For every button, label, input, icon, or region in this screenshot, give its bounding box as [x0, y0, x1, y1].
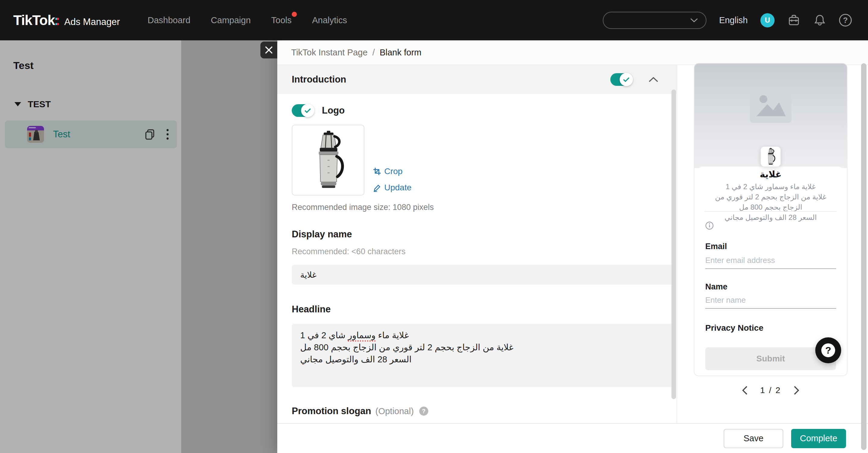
window-scrollbar[interactable] — [861, 63, 867, 450]
check-icon — [623, 76, 630, 83]
headline-line-1: غلاية ماء وسماور شاي 2 في 1 — [300, 329, 665, 341]
preview-name-placeholder: Enter name — [705, 295, 746, 305]
modal-overlay — [0, 40, 277, 453]
kettle-image-small — [764, 148, 777, 165]
account-select[interactable] — [603, 12, 707, 29]
optional-label: (Optional) — [375, 406, 414, 416]
preview-headline: غلاية ماء وسماور شاي 2 في 1 غلاية من الز… — [707, 182, 835, 223]
instant-page-editor-modal: TikTok Instant Page / Blank form Introdu… — [277, 40, 868, 453]
avatar[interactable]: U — [761, 13, 775, 27]
chevron-right-icon — [793, 386, 800, 395]
close-button[interactable] — [260, 41, 277, 58]
crop-icon — [373, 167, 381, 175]
display-name-input[interactable] — [292, 265, 674, 285]
promotion-slogan-label: Promotion slogan — [292, 406, 371, 417]
pencil-icon — [373, 184, 381, 192]
update-label: Update — [384, 183, 411, 192]
tiktok-logo[interactable]: TikTok: Ads Manager — [13, 12, 120, 28]
display-name-label: Display name — [292, 229, 657, 240]
breadcrumb-parent[interactable]: TikTok Instant Page — [291, 47, 368, 58]
breadcrumb-current: Blank form — [380, 47, 422, 58]
preview-name-label: Name — [705, 282, 727, 292]
brand-name: TikTok — [13, 12, 55, 28]
panel-divider — [677, 65, 677, 423]
logo-size-hint: Recommended image size: 1080 pixels — [292, 203, 657, 212]
logo-label: Logo — [322, 105, 345, 116]
preview-email-label: Email — [705, 242, 727, 251]
logo-toggle[interactable] — [292, 104, 314, 117]
check-icon — [304, 107, 311, 114]
preview-display-name: غلاية — [698, 169, 843, 180]
nav-item-tools[interactable]: Tools — [271, 10, 292, 31]
bell-icon[interactable] — [813, 13, 827, 27]
notification-dot — [292, 12, 297, 17]
headline-textarea[interactable]: غلاية ماء وسماور شاي 2 في 1 غلاية من الز… — [292, 324, 674, 387]
form-panel: Introduction Logo — [277, 65, 677, 423]
preview-privacy-label: Privacy Notice — [705, 323, 764, 333]
display-name-hint: Recommended: <60 characters — [292, 247, 657, 256]
chevron-up-icon[interactable] — [648, 76, 658, 83]
breadcrumb: TikTok Instant Page / Blank form — [277, 40, 868, 65]
language-selector[interactable]: English — [719, 15, 748, 25]
help-icon[interactable]: ? — [839, 14, 852, 27]
help-fab[interactable]: ? — [815, 337, 841, 363]
nav-item-campaign[interactable]: Campaign — [211, 10, 251, 31]
page-preview: غلاية غلاية ماء وسماور شاي 2 في 1 غلاية … — [694, 63, 847, 376]
headline-label: Headline — [292, 304, 657, 315]
top-nav: TikTok: Ads Manager Dashboard Campaign T… — [0, 0, 868, 40]
introduction-toggle[interactable] — [610, 73, 632, 86]
misspelled-word: وسماور — [348, 330, 375, 342]
introduction-section-header: Introduction — [277, 65, 677, 94]
image-placeholder-icon — [750, 88, 792, 123]
modal-footer: Save Complete — [277, 423, 868, 453]
introduction-title: Introduction — [292, 74, 346, 85]
brand-colon: : — [56, 12, 60, 28]
complete-button[interactable]: Complete — [791, 429, 846, 448]
brand-suffix: Ads Manager — [64, 17, 120, 27]
nav-menu: Dashboard Campaign Tools Analytics — [148, 10, 347, 31]
preview-pagination: 1 / 2 — [694, 386, 847, 395]
info-icon — [705, 221, 714, 230]
update-button[interactable]: Update — [373, 183, 411, 192]
page-indicator: 1 / 2 — [760, 386, 781, 395]
nav-right-cluster: English U ? — [603, 12, 852, 29]
close-icon — [265, 46, 273, 54]
preview-logo — [761, 147, 781, 167]
question-mark-icon: ? — [821, 343, 835, 357]
preview-email-placeholder: Enter email address — [705, 256, 775, 265]
nav-item-analytics[interactable]: Analytics — [312, 10, 347, 31]
nav-item-dashboard[interactable]: Dashboard — [148, 10, 190, 31]
preview-email-underline — [705, 268, 836, 269]
kettle-image — [306, 130, 351, 190]
save-button[interactable]: Save — [724, 429, 783, 448]
crop-label: Crop — [384, 167, 403, 176]
slogan-help-icon[interactable]: ? — [419, 407, 428, 416]
prev-page-button[interactable] — [741, 386, 748, 395]
breadcrumb-separator: / — [373, 47, 375, 58]
nav-item-tools-label: Tools — [271, 15, 292, 25]
chevron-left-icon — [741, 386, 748, 395]
logo-image-preview — [292, 125, 364, 195]
next-page-button[interactable] — [793, 386, 800, 395]
toggle-knob — [301, 104, 314, 117]
chevron-down-icon — [690, 18, 698, 23]
preview-divider — [705, 211, 837, 212]
form-scrollbar[interactable] — [672, 90, 676, 399]
toggle-knob — [620, 73, 633, 86]
headline-line-3: السعر 28 الف والتوصيل مجاني — [300, 353, 665, 365]
preview-name-underline — [705, 308, 836, 309]
business-center-icon[interactable] — [787, 13, 801, 27]
crop-button[interactable]: Crop — [373, 167, 411, 176]
headline-line-2: غلاية من الزجاج بحجم 2 لتر قوري من الزجا… — [300, 341, 665, 353]
introduction-section-body: Logo Crop Update Recommended im — [277, 94, 677, 423]
